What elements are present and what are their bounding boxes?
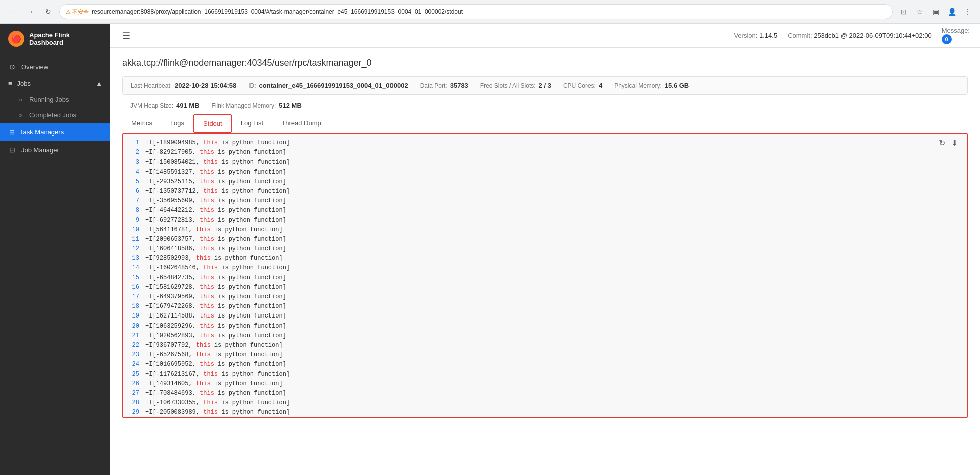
sidebar-item-completed-jobs[interactable]: ○ Completed Jobs — [0, 107, 110, 123]
url-text: resourcemanager:8088/proxy/application_1… — [92, 8, 463, 15]
line-number[interactable]: 4 — [127, 168, 139, 177]
log-line: 18+I[1679472268, this is python function… — [127, 302, 955, 311]
line-number[interactable]: 10 — [127, 225, 139, 235]
line-number[interactable]: 16 — [127, 283, 139, 292]
line-number[interactable]: 15 — [127, 273, 139, 283]
address-bar[interactable]: ⚠ 不安全 resourcemanager:8088/proxy/applica… — [59, 4, 893, 19]
line-number[interactable]: 6 — [127, 187, 139, 196]
log-line: 14+I[-1602648546, this is python functio… — [127, 263, 955, 273]
line-number[interactable]: 3 — [127, 157, 139, 167]
line-number[interactable]: 12 — [127, 244, 139, 254]
tab-stdout[interactable]: Stdout — [193, 114, 232, 133]
line-number[interactable]: 25 — [127, 370, 139, 379]
line-number[interactable]: 29 — [127, 408, 139, 417]
sidebar-item-task-managers[interactable]: ⊞ Task Managers — [0, 123, 110, 141]
forward-button[interactable]: → — [23, 5, 37, 19]
message-info: Message: 0 — [942, 27, 970, 44]
tab-bar: Metrics Logs Stdout Log List Thread Dump — [122, 114, 968, 133]
cpu-cores-item: CPU Cores: 4 — [563, 82, 602, 89]
keyword-this: this — [200, 303, 214, 310]
tab-log-list[interactable]: Log List — [232, 114, 273, 133]
jvm-heap-label: JVM Heap Size: — [130, 102, 173, 109]
keyword-this: this — [203, 159, 218, 166]
keyword-this: this — [200, 197, 214, 204]
menu-button[interactable]: ⋮ — [961, 5, 975, 19]
log-line: 25+I[-1176213167, this is python functio… — [127, 370, 955, 379]
keyword-this: this — [203, 188, 218, 195]
line-number[interactable]: 2 — [127, 148, 139, 157]
line-number[interactable]: 7 — [127, 196, 139, 206]
download-log-button[interactable]: ⬇ — [950, 137, 959, 149]
log-line: 20+I[1063259296, this is python function… — [127, 322, 955, 331]
running-jobs-label: Running Jobs — [29, 96, 69, 103]
line-number[interactable]: 9 — [127, 216, 139, 225]
tab-metrics[interactable]: Metrics — [122, 114, 161, 133]
line-text: +I[936707792, this is python function] — [145, 341, 283, 350]
keyword-this: this — [200, 207, 214, 214]
line-number[interactable]: 27 — [127, 389, 139, 398]
cast-button[interactable]: ⊡ — [897, 5, 911, 19]
line-text: +I[149314605, this is python function] — [145, 379, 283, 389]
line-number[interactable]: 23 — [127, 350, 139, 360]
log-content[interactable]: 1+I[-1899094985, this is python function… — [123, 134, 967, 417]
line-number[interactable]: 20 — [127, 322, 139, 331]
account-button[interactable]: 👤 — [945, 5, 959, 19]
line-text: +I[1016695952, this is python function] — [145, 360, 286, 369]
line-number[interactable]: 26 — [127, 379, 139, 389]
tab-thread-dump[interactable]: Thread Dump — [272, 114, 330, 133]
line-number[interactable]: 19 — [127, 311, 139, 321]
line-number[interactable]: 1 — [127, 138, 139, 148]
line-number[interactable]: 28 — [127, 398, 139, 408]
line-number[interactable]: 13 — [127, 254, 139, 263]
line-number[interactable]: 22 — [127, 341, 139, 350]
message-label: Message: — [942, 27, 970, 34]
log-line: 29+I[-2050083989, this is python functio… — [127, 408, 955, 417]
commit-label: Commit: — [788, 32, 812, 39]
sidebar-header: 🔴 Apache Flink Dashboard — [0, 24, 110, 54]
commit-info: Commit: 253dcb1 @ 2022-06-09T09:10:44+02… — [788, 32, 931, 39]
log-line: 28+I[-1067330355, this is python functio… — [127, 398, 955, 408]
flink-memory-label: Flink Managed Memory: — [212, 102, 276, 109]
sidebar-item-running-jobs[interactable]: ○ Running Jobs — [0, 92, 110, 107]
top-header: ☰ Version: 1.14.5 Commit: 253dcb1 @ 2022… — [110, 24, 980, 48]
line-number[interactable]: 14 — [127, 263, 139, 273]
line-number[interactable]: 18 — [127, 302, 139, 311]
reload-button[interactable]: ↻ — [41, 5, 55, 19]
split-button[interactable]: ▣ — [929, 5, 943, 19]
id-item: ID: container_e45_1666919919153_0004_01_… — [248, 82, 408, 89]
keyword-this: this — [196, 380, 211, 387]
akka-title: akka.tcp://flink@nodemanager:40345/user/… — [122, 58, 968, 68]
overview-icon: ⊙ — [8, 63, 16, 71]
line-text: +I[1485591327, this is python function] — [145, 168, 286, 177]
data-port-value: 35783 — [450, 82, 468, 89]
keyword-this: this — [196, 255, 211, 262]
bookmark-button[interactable]: ☆ — [913, 5, 927, 19]
task-managers-label: Task Managers — [20, 128, 64, 136]
keyword-this: this — [196, 351, 211, 358]
line-number[interactable]: 21 — [127, 331, 139, 341]
log-container: ↻ ⬇ 1+I[-1899094985, this is python func… — [122, 133, 968, 418]
sidebar-nav: ⊙ Overview ≡ Jobs ▲ ○ Running Jobs ○ Com… — [0, 54, 110, 475]
hamburger-button[interactable]: ☰ — [120, 28, 132, 43]
log-line: 22+I[936707792, this is python function] — [127, 341, 955, 350]
id-label: ID: — [248, 82, 256, 89]
refresh-log-button[interactable]: ↻ — [938, 137, 946, 149]
tab-logs[interactable]: Logs — [161, 114, 193, 133]
sidebar-jobs-group[interactable]: ≡ Jobs ▲ — [0, 75, 110, 92]
sidebar: 🔴 Apache Flink Dashboard ⊙ Overview ≡ Jo… — [0, 24, 110, 475]
line-number[interactable]: 11 — [127, 235, 139, 244]
line-text: +I[-1350737712, this is python function] — [145, 187, 290, 196]
line-text: +I[1581629728, this is python function] — [145, 283, 286, 292]
line-number[interactable]: 17 — [127, 292, 139, 302]
back-button[interactable]: ← — [5, 5, 19, 19]
physical-memory-label: Physical Memory: — [614, 82, 662, 89]
line-number[interactable]: 24 — [127, 360, 139, 369]
message-badge: 0 — [942, 34, 952, 44]
sidebar-item-overview[interactable]: ⊙ Overview — [0, 58, 110, 75]
line-number[interactable]: 8 — [127, 206, 139, 215]
keyword-this: this — [200, 169, 214, 176]
log-line: 6+I[-1350737712, this is python function… — [127, 187, 955, 196]
line-number[interactable]: 5 — [127, 177, 139, 187]
overview-label: Overview — [21, 63, 48, 71]
sidebar-item-job-manager[interactable]: ⊟ Job Manager — [0, 141, 110, 159]
